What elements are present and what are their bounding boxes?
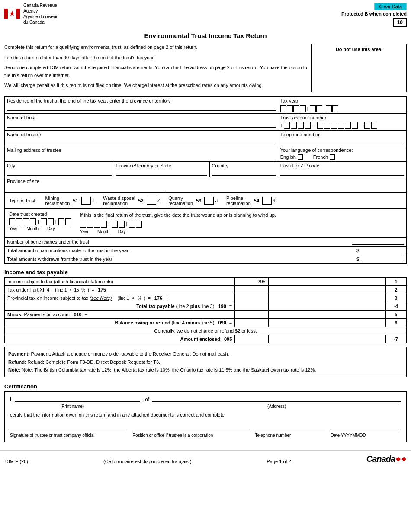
refund-note: Refund: Refund: Complete Form T3-DD, Dir… xyxy=(8,358,403,366)
ta-box7[interactable] xyxy=(331,122,337,129)
name-of-trust-input[interactable] xyxy=(7,122,276,128)
fr-d1[interactable] xyxy=(129,221,135,228)
income-row4-input[interactable] xyxy=(271,304,383,309)
page-number: Page 1 of 2 xyxy=(267,459,291,464)
income-row7-code: 095 xyxy=(224,337,232,342)
income-row1-input[interactable] xyxy=(271,279,383,284)
postal-label: Postal or ZIP code xyxy=(280,163,404,168)
tax-year-box4[interactable] xyxy=(300,105,306,112)
income-row6-input[interactable] xyxy=(271,320,383,325)
contributions-dollar: $ xyxy=(356,248,359,253)
ta-box5[interactable] xyxy=(317,122,323,129)
province-state-input[interactable] xyxy=(116,170,207,176)
cert-name-input[interactable] xyxy=(15,396,140,402)
country-label: Country xyxy=(212,163,276,168)
protected-b-label: Protected B when completed xyxy=(341,11,407,16)
final-return-text: If this is the final return of the trust… xyxy=(80,212,402,219)
income-row1-code: 295 xyxy=(257,279,265,284)
ta-box9[interactable] xyxy=(345,122,351,129)
form-code: T3M E (20) xyxy=(4,459,28,464)
pipeline-checkbox[interactable] xyxy=(262,197,272,205)
tax-year-box8[interactable] xyxy=(332,105,338,112)
dtc-m2[interactable] xyxy=(48,218,54,225)
french-checkbox[interactable] xyxy=(330,154,335,160)
french-label: French xyxy=(313,154,328,160)
ta-box10[interactable] xyxy=(352,122,358,129)
mining-checkbox[interactable] xyxy=(81,197,91,205)
dtc-y4[interactable] xyxy=(30,218,36,225)
dtc-m1[interactable] xyxy=(41,218,47,225)
tax-year-box1[interactable] xyxy=(280,105,286,112)
income-row3-input[interactable] xyxy=(271,295,383,301)
income-row7-input[interactable] xyxy=(271,337,383,342)
fr-m2[interactable] xyxy=(119,221,125,228)
income-row2-input[interactable] xyxy=(271,287,383,292)
ta-box6[interactable] xyxy=(324,122,330,129)
tax-year-box3[interactable] xyxy=(293,105,299,112)
cert-telephone-field[interactable] xyxy=(255,423,326,432)
ta-box8[interactable] xyxy=(338,122,344,129)
fr-y3[interactable] xyxy=(94,221,100,228)
cert-address-label: (Address) xyxy=(267,404,286,409)
english-checkbox[interactable] xyxy=(298,154,303,160)
dtc-d2[interactable] xyxy=(65,218,71,225)
waste-checkbox[interactable] xyxy=(147,197,156,205)
telephone-input[interactable] xyxy=(280,139,404,144)
tax-note: Note: Note: The British Columbia tax rat… xyxy=(8,366,403,374)
dtc-y1[interactable] xyxy=(9,218,15,225)
tax-year-box2[interactable] xyxy=(287,105,293,112)
ta-box4[interactable] xyxy=(305,122,311,129)
quarry-checkbox[interactable] xyxy=(204,197,214,205)
cert-telephone-label: Telephone number xyxy=(255,433,326,438)
income-row1-label: Income subject to tax (attach financial … xyxy=(7,279,113,284)
income-section-header: Income and tax payable xyxy=(4,269,407,276)
clear-data-button[interactable]: Clear Data xyxy=(374,3,407,10)
beneficiaries-input[interactable] xyxy=(352,239,404,245)
province-site-input[interactable] xyxy=(7,186,166,191)
income-row2-sub: (line 1 × 15 % ) = xyxy=(55,288,94,292)
canada-flag-logo xyxy=(4,9,20,19)
country-input[interactable] xyxy=(212,170,276,176)
income-row5-input[interactable] xyxy=(271,312,383,317)
withdrawals-dollar: $ xyxy=(356,256,359,262)
income-row4-sub: (line 2 plus line 3) xyxy=(176,304,215,309)
agency-name: Canada Revenue Agency Agence du revenu d… xyxy=(23,3,58,25)
cert-position-field[interactable] xyxy=(132,423,250,432)
ta-box2[interactable] xyxy=(291,122,297,129)
fr-y1[interactable] xyxy=(80,221,86,228)
date-trust-label: Date trust created xyxy=(9,212,71,217)
fr-m1[interactable] xyxy=(112,221,118,228)
contributions-input[interactable] xyxy=(361,248,404,253)
city-input[interactable] xyxy=(7,170,112,176)
fr-y2[interactable] xyxy=(87,221,93,228)
fr-d2[interactable] xyxy=(136,221,142,228)
trust-account-prefix: T xyxy=(280,123,283,128)
dtc-y3[interactable] xyxy=(23,218,29,225)
tax-year-box5[interactable] xyxy=(310,105,316,112)
ta-box12[interactable] xyxy=(371,122,377,129)
residence-input[interactable] xyxy=(7,105,276,111)
income-row3-op: + xyxy=(165,295,168,301)
dtc-y2[interactable] xyxy=(16,218,22,225)
cert-date-field[interactable] xyxy=(331,423,401,432)
ta-box3[interactable] xyxy=(298,122,304,129)
withdrawals-input[interactable] xyxy=(361,256,404,262)
trust-account-label: Trust account number xyxy=(280,115,404,120)
dtc-d1[interactable] xyxy=(58,218,64,225)
tax-year-box6[interactable] xyxy=(316,105,322,112)
mailing-address-input[interactable] xyxy=(7,154,276,160)
tax-year-box7[interactable] xyxy=(326,105,332,112)
cert-address-input[interactable] xyxy=(152,396,401,402)
cert-signature-field[interactable] xyxy=(10,423,127,432)
name-of-trustee-input[interactable] xyxy=(7,139,276,144)
income-row5-code: 010 xyxy=(74,312,81,317)
ta-box11[interactable] xyxy=(364,122,370,129)
income-row6-line: 6 xyxy=(395,320,397,325)
postal-input[interactable] xyxy=(280,170,404,176)
page-title: Environmental Trust Income Tax Return xyxy=(0,29,411,44)
income-row6-sub: (line 4 minus line 5) xyxy=(172,320,214,325)
ta-box1[interactable] xyxy=(284,122,290,129)
fr-y4[interactable] xyxy=(101,221,107,228)
income-row6-code: 090 xyxy=(218,320,226,325)
income-row4-code: 190 xyxy=(218,304,226,309)
